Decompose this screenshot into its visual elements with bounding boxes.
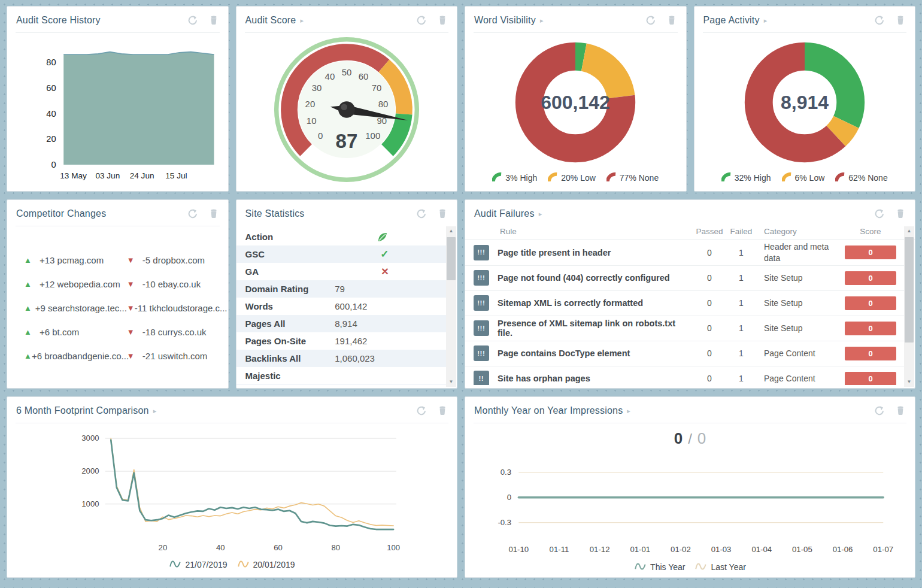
widget-title: Audit Score (245, 15, 296, 26)
competitor-label: -11 tkhcloudstorage.c... (135, 303, 228, 313)
trash-icon[interactable] (894, 208, 906, 220)
competitor-losers: ▼-5 dropbox.com▼-10 ebay.co.uk▼-11 tkhcl… (127, 248, 222, 368)
scrollbar[interactable]: ▲ ▼ (904, 226, 914, 387)
refresh-icon[interactable] (415, 14, 427, 26)
passed-count: 0 (692, 323, 727, 333)
score-cell: 0 (844, 347, 897, 360)
svg-text:60: 60 (46, 83, 56, 93)
rule-grid-icon: !!! (474, 245, 489, 260)
failed-count: 1 (727, 348, 756, 358)
category-label: Site Setup (764, 323, 841, 334)
up-triangle-icon: ▲ (24, 351, 32, 360)
refresh-icon[interactable] (874, 14, 885, 26)
chevron-right-icon[interactable]: ▸ (764, 17, 768, 25)
passed-count: 0 (692, 348, 727, 358)
yoy-legend: This YearLast Year (465, 561, 915, 573)
competitor-label: +13 pcmag.com (40, 255, 104, 265)
trash-icon[interactable] (208, 208, 220, 220)
competitor-item: ▼-18 currys.co.uk (127, 320, 222, 344)
svg-text:60: 60 (359, 71, 369, 81)
trash-icon[interactable] (208, 14, 220, 26)
scrollbar-thumb[interactable] (905, 237, 914, 343)
trash-icon[interactable] (894, 14, 906, 26)
competitor-label: -10 ebay.co.uk (142, 279, 201, 289)
audit-failure-row[interactable]: !!!Sitemap XML is correctly formatted01S… (465, 291, 904, 316)
check-icon: ✓ (380, 248, 389, 260)
widget-header: Audit Score ▸ (236, 7, 457, 32)
competitor-gainers: ▲+13 pcmag.com▲+12 webopedia.com▲+9 sear… (24, 248, 127, 368)
svg-text:1000: 1000 (81, 499, 99, 508)
stat-value: 1,060,023 (335, 353, 375, 363)
rule-name: Presence of XML sitemap link on robots.t… (498, 319, 692, 338)
page-activity-donut: 8,914 (694, 33, 915, 170)
refresh-icon[interactable] (415, 208, 427, 220)
svg-text:03 Jun: 03 Jun (95, 171, 120, 180)
rule-grid-icon: !!! (474, 270, 489, 286)
trash-icon[interactable] (436, 14, 448, 26)
refresh-icon[interactable] (645, 14, 657, 26)
chevron-right-icon[interactable]: ▸ (539, 210, 542, 218)
audit-failure-row[interactable]: !!!Page title present in header01Header … (465, 240, 904, 266)
competitor-item: ▼-10 ebay.co.uk (127, 272, 222, 296)
scroll-up-arrow[interactable]: ▲ (904, 226, 914, 236)
column-category: Category (764, 227, 841, 236)
widget-header: Monthly Year on Year Impressions ▸ (465, 397, 915, 423)
stat-value: 79 (335, 284, 345, 294)
scrollbar[interactable]: ▲ ▼ (446, 226, 456, 387)
stat-label: Pages All (245, 319, 335, 329)
refresh-icon[interactable] (415, 405, 427, 417)
svg-text:60: 60 (274, 543, 283, 552)
svg-text:3000: 3000 (81, 434, 99, 442)
competitor-item: ▲+12 webopedia.com (24, 272, 127, 296)
svg-text:01-11: 01-11 (550, 545, 569, 554)
trash-icon[interactable] (436, 405, 448, 417)
dashboard: Audit Score History 02040608013 May03 Ju… (0, 0, 922, 584)
cross-icon: ✕ (381, 266, 389, 277)
widget-title: Audit Failures (474, 208, 535, 219)
site-stat-row: GSC✓ (236, 245, 447, 263)
widget-competitor-changes: Competitor Changes ▲+13 pcmag.com▲+12 we… (7, 199, 229, 389)
widget-title: Word Visibility (474, 15, 536, 26)
stat-value: 8,914 (335, 319, 357, 329)
svg-text:20: 20 (46, 134, 56, 144)
scroll-down-arrow[interactable]: ▼ (446, 377, 456, 387)
widget-title: Site Statistics (245, 208, 305, 219)
svg-text:01-04: 01-04 (751, 545, 772, 554)
competitor-item: ▼-21 uswitch.com (127, 344, 222, 368)
audit-failure-row[interactable]: !!!Presence of XML sitemap link on robot… (465, 316, 904, 341)
failed-count: 1 (727, 248, 756, 257)
chevron-right-icon[interactable]: ▸ (540, 17, 544, 25)
stat-label: Backlinks All (245, 353, 335, 363)
leaf-icon (377, 231, 389, 243)
competitor-label: -5 dropbox.com (142, 255, 205, 265)
svg-text:01-07: 01-07 (873, 545, 893, 554)
audit-failure-row[interactable]: !!!Page contains DocType element01Page C… (465, 341, 904, 366)
chevron-right-icon[interactable]: ▸ (627, 407, 630, 415)
divider (474, 423, 906, 423)
scrollbar-thumb[interactable] (447, 237, 456, 280)
trash-icon[interactable] (666, 14, 678, 26)
trash-icon[interactable] (436, 208, 448, 220)
widget-title: Page Activity (703, 15, 760, 26)
trash-icon[interactable] (894, 405, 906, 417)
audit-score-gauge: 010203040506070809010087 (236, 33, 457, 186)
refresh-icon[interactable] (187, 14, 199, 26)
legend-item: 21/07/2019 (169, 559, 227, 571)
audit-score-history-chart: 02040608013 May03 Jun24 Jun15 Jul (7, 33, 228, 187)
down-triangle-icon: ▼ (127, 328, 142, 337)
chevron-right-icon[interactable]: ▸ (153, 407, 157, 415)
widget-audit-score: Audit Score ▸ 010203040506070809010087 (236, 6, 458, 192)
rule-grid-icon: !!! (474, 295, 489, 311)
refresh-icon[interactable] (874, 405, 885, 417)
chevron-right-icon[interactable]: ▸ (300, 17, 304, 25)
scroll-down-arrow[interactable]: ▼ (904, 377, 914, 387)
audit-failure-row[interactable]: !!!Page not found (404) correctly config… (465, 266, 904, 291)
score-cell: 0 (844, 322, 897, 335)
svg-text:10: 10 (307, 116, 317, 126)
svg-text:2000: 2000 (81, 466, 99, 475)
refresh-icon[interactable] (187, 208, 199, 220)
scroll-up-arrow[interactable]: ▲ (446, 226, 456, 236)
widget-title: 6 Month Footprint Comparison (16, 405, 149, 416)
refresh-icon[interactable] (874, 208, 885, 220)
audit-failure-row[interactable]: !!Site has orphan pages01Page Content0 (465, 366, 904, 385)
